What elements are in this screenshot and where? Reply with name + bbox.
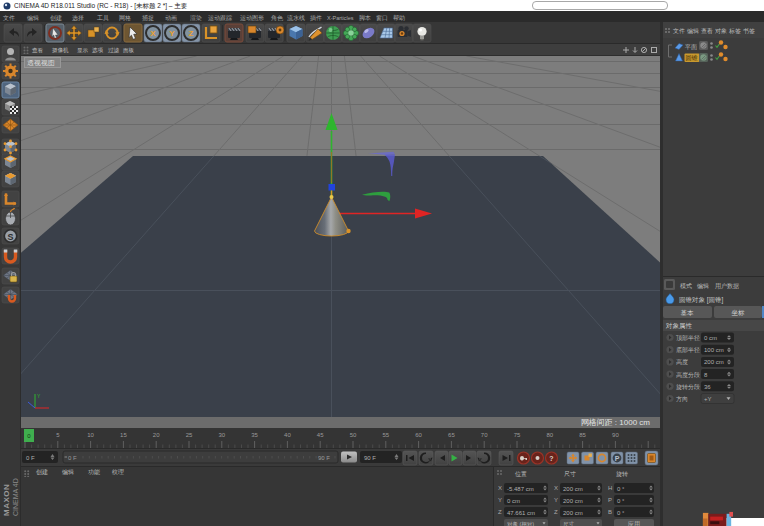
svg-text:圆锥: 圆锥 [686, 54, 698, 62]
svg-text:200 cm: 200 cm [563, 510, 583, 516]
svg-text:25: 25 [186, 432, 193, 438]
svg-text:顶部半径: 顶部半径 [676, 334, 700, 342]
svg-text:0 cm: 0 cm [704, 335, 717, 341]
svg-text:基本: 基本 [681, 309, 695, 316]
svg-text:85: 85 [579, 432, 586, 438]
svg-text:坐标: 坐标 [732, 309, 746, 317]
svg-text:X: X [554, 485, 558, 491]
svg-text:P: P [615, 455, 620, 462]
svg-text:P: P [608, 497, 612, 503]
svg-text:0 F: 0 F [26, 455, 35, 461]
svg-text:90: 90 [612, 432, 619, 438]
svg-text:100 cm: 100 cm [704, 347, 724, 353]
svg-text:MAXON: MAXON [2, 484, 11, 516]
svg-text:+Y: +Y [704, 396, 712, 402]
svg-text:36: 36 [704, 384, 711, 390]
svg-text:查看: 查看 [701, 27, 713, 35]
svg-text:S: S [7, 232, 13, 242]
svg-text:60: 60 [415, 432, 422, 438]
svg-text:0 °: 0 ° [617, 510, 625, 516]
svg-text:方向: 方向 [676, 395, 688, 403]
svg-text:Y: Y [169, 29, 175, 38]
svg-text:Z: Z [498, 509, 502, 515]
svg-text:底部半径: 底部半径 [676, 346, 700, 354]
svg-text:用户数据: 用户数据 [715, 282, 739, 290]
svg-text:15: 15 [120, 432, 127, 438]
svg-text:旋转分段: 旋转分段 [676, 384, 700, 391]
svg-text:尺寸: 尺寸 [563, 521, 575, 526]
svg-text:45: 45 [317, 432, 324, 438]
svg-text:对象: 对象 [715, 28, 727, 34]
svg-text:-5.487 cm: -5.487 cm [507, 486, 534, 492]
svg-text:Z: Z [554, 509, 558, 515]
svg-text:X: X [150, 29, 156, 38]
svg-text:10: 10 [87, 432, 94, 438]
svg-text:50: 50 [350, 432, 357, 438]
svg-text:80: 80 [546, 432, 553, 438]
svg-text:旋转: 旋转 [616, 471, 628, 478]
svg-text:200 cm: 200 cm [704, 359, 724, 365]
svg-text:尺寸: 尺寸 [564, 471, 576, 477]
svg-text:70: 70 [481, 432, 488, 438]
svg-text:40: 40 [284, 432, 291, 438]
svg-text:0 cm: 0 cm [507, 498, 520, 504]
svg-text:圆锥对象 [圆锥]: 圆锥对象 [圆锥] [679, 296, 724, 304]
svg-text:0 °: 0 ° [617, 486, 625, 492]
svg-text:Z: Z [189, 29, 194, 38]
svg-text:应用: 应用 [628, 520, 640, 526]
svg-text:CINEMA 4D: CINEMA 4D [12, 478, 19, 516]
svg-text:模式: 模式 [680, 283, 692, 289]
svg-text:对象 (相对): 对象 (相对) [507, 521, 534, 526]
svg-text:Y: Y [554, 497, 558, 503]
svg-text:书签: 书签 [743, 27, 755, 34]
svg-text:200 cm: 200 cm [563, 498, 583, 504]
svg-text:平面: 平面 [685, 43, 697, 51]
svg-text:200 cm: 200 cm [563, 486, 583, 492]
svg-text:20: 20 [153, 432, 160, 438]
svg-text:B: B [608, 509, 612, 515]
svg-text:35: 35 [251, 432, 258, 438]
svg-text:30: 30 [218, 432, 225, 438]
svg-text:对象属性: 对象属性 [665, 322, 693, 329]
svg-text:高度: 高度 [676, 358, 688, 366]
svg-text:90 F: 90 F [364, 455, 376, 461]
svg-text:65: 65 [448, 432, 455, 438]
svg-text:H: H [608, 485, 612, 491]
svg-text:75: 75 [514, 432, 521, 438]
svg-text:90 F: 90 F [318, 455, 330, 461]
svg-text:0 F: 0 F [68, 455, 77, 461]
svg-text:文件: 文件 [673, 27, 685, 34]
svg-text:标签: 标签 [728, 28, 741, 35]
svg-text:编辑: 编辑 [697, 283, 709, 289]
svg-text:高度分段: 高度分段 [676, 371, 700, 379]
svg-text:47.661 cm: 47.661 cm [507, 510, 535, 516]
svg-text:位置: 位置 [515, 471, 527, 477]
svg-text:55: 55 [382, 432, 389, 438]
svg-text:5: 5 [56, 432, 60, 438]
svg-text:?: ? [549, 455, 553, 462]
svg-text:Y: Y [498, 497, 502, 503]
svg-text:编辑: 编辑 [687, 28, 699, 34]
svg-text:X: X [498, 485, 502, 491]
svg-text:0 °: 0 ° [617, 498, 625, 504]
